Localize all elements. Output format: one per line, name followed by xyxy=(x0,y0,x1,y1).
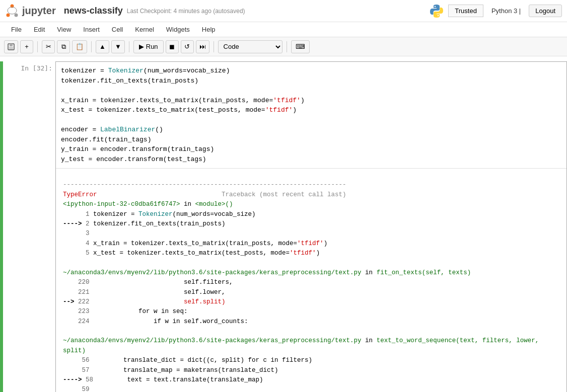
cell-content: tokenizer = Tokenizer(num_words=vocab_si… xyxy=(55,61,567,392)
jupyter-icon xyxy=(5,4,19,18)
topbar: jupyter news-classify Last Checkpoint: 4… xyxy=(0,0,567,22)
keyboard-shortcuts-button[interactable]: ⌨ xyxy=(291,40,310,53)
cell-prompt-text: In [32]: xyxy=(21,64,52,72)
restart-run-button[interactable]: ⏭ xyxy=(196,40,209,53)
menu-file[interactable]: File xyxy=(5,24,28,35)
kernel-info: Python 3 | xyxy=(487,7,525,15)
svg-point-4 xyxy=(435,6,436,7)
move-down-button[interactable]: ▼ xyxy=(111,40,125,53)
separator-3 xyxy=(129,41,129,52)
menu-cell[interactable]: Cell xyxy=(106,24,129,35)
menu-insert[interactable]: Insert xyxy=(77,24,106,35)
menubar: File Edit View Insert Cell Kernel Widget… xyxy=(0,22,567,37)
menu-widgets[interactable]: Widgets xyxy=(160,24,196,35)
svg-point-1 xyxy=(7,13,10,17)
save-button[interactable] xyxy=(4,40,18,53)
menu-kernel[interactable]: Kernel xyxy=(129,24,160,35)
stop-button[interactable]: ◼ xyxy=(166,40,179,53)
jupyter-logo: jupyter xyxy=(5,4,56,18)
notebook: In [32]: tokenizer = Tokenizer(num_words… xyxy=(0,56,567,392)
logout-button[interactable]: Logout xyxy=(529,5,562,17)
cell-prompt: In [32]: xyxy=(0,61,55,392)
notebook-title[interactable]: news-classify xyxy=(64,6,123,16)
separator-4 xyxy=(214,41,214,52)
restart-button[interactable]: ↺ xyxy=(181,40,194,53)
python-logo xyxy=(429,4,444,19)
move-up-button[interactable]: ▲ xyxy=(96,40,109,53)
svg-rect-7 xyxy=(10,44,13,46)
run-label: Run xyxy=(146,43,158,50)
cell-input[interactable]: tokenizer = Tokenizer(num_words=vocab_si… xyxy=(56,62,566,168)
cell-32: In [32]: tokenizer = Tokenizer(num_words… xyxy=(0,61,567,392)
run-icon: ▶ xyxy=(139,43,144,50)
copy-button[interactable]: ⧉ xyxy=(57,40,70,53)
cell-type-select[interactable]: Code Markdown Raw NBConvert xyxy=(218,40,282,53)
cell-run-indicator xyxy=(0,61,3,392)
add-cell-button[interactable]: + xyxy=(20,40,33,53)
svg-point-5 xyxy=(438,15,439,16)
cell-output: ----------------------------------------… xyxy=(56,168,566,392)
svg-rect-8 xyxy=(9,47,13,49)
menu-help[interactable]: Help xyxy=(196,24,222,35)
jupyter-text: jupyter xyxy=(22,5,56,17)
checkpoint-info: Last Checkpoint: 4 minutes ago (autosave… xyxy=(127,8,245,15)
run-button[interactable]: ▶ Run xyxy=(133,40,164,53)
toolbar: + ✂ ⧉ 📋 ▲ ▼ ▶ Run ◼ ↺ ⏭ Code Markdown Ra… xyxy=(0,37,567,56)
separator-1 xyxy=(37,41,38,52)
svg-point-3 xyxy=(8,7,17,14)
separator-5 xyxy=(287,41,287,52)
top-right: Trusted Python 3 | Logout xyxy=(429,4,562,19)
trusted-badge: Trusted xyxy=(448,5,483,17)
cut-button[interactable]: ✂ xyxy=(42,40,55,53)
separator-2 xyxy=(91,41,92,52)
menu-edit[interactable]: Edit xyxy=(28,24,51,35)
svg-point-2 xyxy=(15,13,18,17)
menu-view[interactable]: View xyxy=(51,24,77,35)
paste-button[interactable]: 📋 xyxy=(72,40,87,53)
